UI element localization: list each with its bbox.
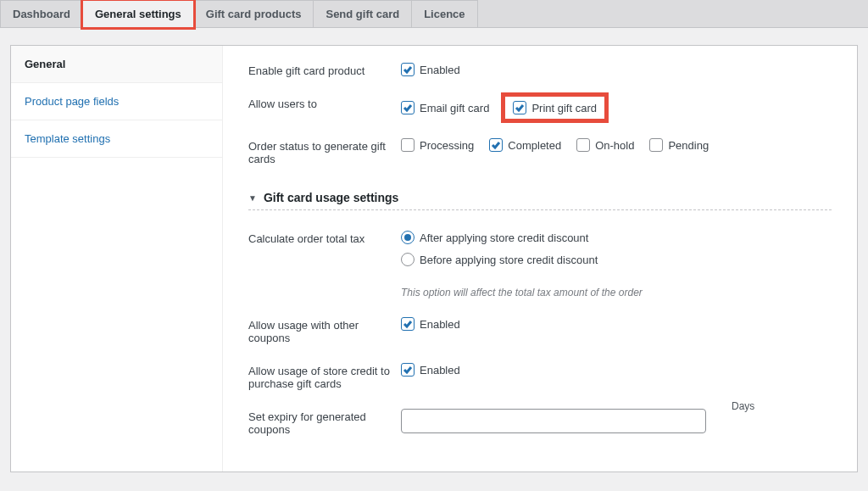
- checkbox-icon: [513, 101, 526, 114]
- calc-tax-label: Calculate order total tax: [248, 231, 401, 245]
- checkbox-icon: [401, 101, 415, 114]
- calc-tax-before-label: Before applying store credit discount: [420, 254, 598, 266]
- checkbox-icon: [401, 317, 415, 331]
- enabled-label: Enabled: [420, 318, 460, 331]
- processing-checkbox[interactable]: Processing: [401, 138, 474, 152]
- calc-tax-help: This option will affect the total tax am…: [401, 287, 643, 299]
- tab-licence[interactable]: Licence: [411, 0, 477, 27]
- content: General Product page fields Template set…: [10, 45, 858, 472]
- checkbox-icon: [401, 363, 415, 377]
- checkbox-icon: [489, 138, 503, 152]
- expiry-input[interactable]: [401, 409, 706, 433]
- completed-label: Completed: [508, 139, 561, 152]
- processing-label: Processing: [420, 139, 474, 152]
- section-usage-title: Gift card usage settings: [264, 191, 398, 204]
- sidebar-item-product-page-fields[interactable]: Product page fields: [11, 83, 222, 120]
- tab-general-settings[interactable]: General settings: [82, 0, 194, 28]
- on-hold-checkbox[interactable]: On-hold: [576, 138, 634, 152]
- calc-tax-after-label: After applying store credit discount: [420, 232, 588, 244]
- on-hold-label: On-hold: [595, 139, 634, 152]
- email-gift-card-checkbox[interactable]: Email gift card: [401, 101, 489, 114]
- enabled-label: Enabled: [420, 64, 460, 76]
- allow-other-coupons-label: Allow usage with other coupons: [248, 317, 401, 344]
- print-gift-card-label: Print gift card: [531, 102, 597, 114]
- pending-label: Pending: [668, 139, 709, 152]
- section-divider: [248, 209, 832, 210]
- nav-tabs: Dashboard General settings Gift card pro…: [0, 0, 868, 28]
- footer: Save: [0, 483, 868, 491]
- allow-other-coupons-checkbox[interactable]: Enabled: [401, 317, 460, 331]
- allow-store-credit-label: Allow usage of store credit to purchase …: [248, 363, 401, 390]
- pending-checkbox[interactable]: Pending: [649, 138, 709, 152]
- enable-gift-card-checkbox[interactable]: Enabled: [401, 63, 460, 76]
- allow-store-credit-checkbox[interactable]: Enabled: [401, 363, 460, 377]
- expiry-unit-label: Days: [732, 400, 754, 412]
- sidebar-item-general[interactable]: General: [11, 46, 222, 83]
- triangle-down-icon: ▼: [248, 193, 257, 203]
- order-status-label: Order status to generate gift cards: [248, 138, 401, 165]
- sidebar: General Product page fields Template set…: [11, 46, 223, 471]
- allow-users-to-label: Allow users to: [248, 96, 401, 110]
- checkbox-icon: [576, 138, 590, 152]
- completed-checkbox[interactable]: Completed: [489, 138, 561, 152]
- checkbox-icon: [401, 138, 415, 152]
- enabled-label: Enabled: [420, 364, 460, 377]
- calc-tax-before-radio[interactable]: Before applying store credit discount: [401, 253, 643, 266]
- calc-tax-after-radio[interactable]: After applying store credit discount: [401, 231, 643, 244]
- tab-send-gift-card[interactable]: Send gift card: [313, 0, 412, 27]
- main-panel: Enable gift card product Enabled Allow u…: [223, 46, 857, 471]
- radio-icon: [401, 253, 415, 266]
- email-gift-card-label: Email gift card: [420, 102, 489, 114]
- checkbox-icon: [401, 63, 415, 76]
- radio-icon: [401, 231, 415, 244]
- enable-gift-card-label: Enable gift card product: [248, 63, 401, 77]
- tab-dashboard[interactable]: Dashboard: [0, 0, 83, 27]
- sidebar-item-template-settings[interactable]: Template settings: [11, 120, 222, 158]
- expiry-label: Set expiry for generated coupons: [248, 409, 401, 436]
- print-gift-card-checkbox[interactable]: Print gift card: [504, 96, 605, 120]
- checkbox-icon: [649, 138, 663, 152]
- section-usage-header[interactable]: ▼ Gift card usage settings: [248, 191, 832, 204]
- tab-gift-card-products[interactable]: Gift card products: [193, 0, 314, 27]
